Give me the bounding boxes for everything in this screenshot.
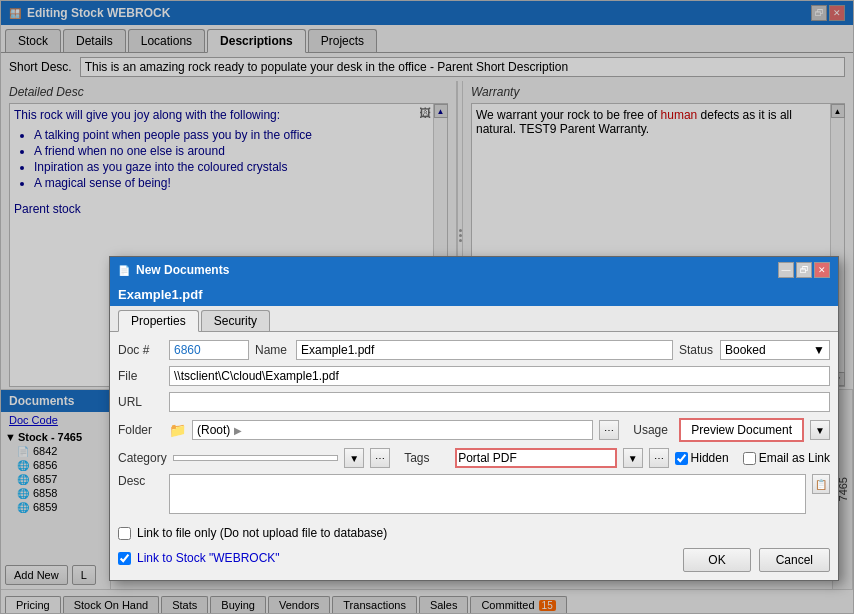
link-file-only-label: Link to file only (Do not upload file to… xyxy=(137,526,387,540)
modal-restore-btn[interactable]: 🗗 xyxy=(796,262,812,278)
cancel-button[interactable]: Cancel xyxy=(759,548,830,572)
modal-footer-buttons: OK Cancel xyxy=(683,548,830,572)
modal-tab-security[interactable]: Security xyxy=(201,310,270,331)
modal-close-btn[interactable]: ✕ xyxy=(814,262,830,278)
category-select[interactable] xyxy=(173,455,338,461)
name-label: Name xyxy=(255,343,290,357)
email-as-link-checkbox[interactable] xyxy=(743,452,756,465)
modal-footer: Link to file only (Do not upload file to… xyxy=(110,522,838,580)
form-row-desc: Desc 📋 xyxy=(118,474,830,514)
modal-title-controls: — 🗗 ✕ xyxy=(778,262,830,278)
link-to-stock-checkbox[interactable] xyxy=(118,552,131,565)
modal-tab-bar: Properties Security xyxy=(110,306,838,332)
tags-browse-btn[interactable]: ⋯ xyxy=(649,448,669,468)
category-browse-btn[interactable]: ⋯ xyxy=(370,448,390,468)
modal-minimize-btn[interactable]: — xyxy=(778,262,794,278)
email-as-link-label[interactable]: Email as Link xyxy=(743,451,830,465)
modal-file-header: Example1.pdf xyxy=(110,283,838,306)
modal-title-bar: 📄 New Documents — 🗗 ✕ xyxy=(110,257,838,283)
modal-overlay: 📄 New Documents — 🗗 ✕ Example1.pdf Prope… xyxy=(1,1,853,613)
file-input[interactable] xyxy=(169,366,830,386)
ok-button[interactable]: OK xyxy=(683,548,750,572)
folder-value: (Root) xyxy=(197,423,230,437)
modal-body: Doc # Name Status Booked ▼ File xyxy=(110,332,838,522)
desc-textarea[interactable] xyxy=(169,474,806,514)
name-input[interactable] xyxy=(296,340,673,360)
desc-icon-btn[interactable]: 📋 xyxy=(812,474,830,494)
modal-bottom-row: Link to Stock "WEBROCK" OK Cancel xyxy=(118,544,830,572)
folder-label: Folder xyxy=(118,423,163,437)
folder-select[interactable]: (Root) ▶ xyxy=(192,420,593,440)
new-documents-modal: 📄 New Documents — 🗗 ✕ Example1.pdf Prope… xyxy=(109,256,839,581)
tags-value: Portal PDF xyxy=(458,451,517,465)
folder-icon: 📁 xyxy=(169,422,186,438)
modal-tab-properties[interactable]: Properties xyxy=(118,310,199,332)
form-row-category: Category ▼ ⋯ Tags Portal PDF ▼ ⋯ Hidden xyxy=(118,448,830,468)
hidden-label[interactable]: Hidden xyxy=(675,451,729,465)
modal-title: New Documents xyxy=(136,263,229,277)
folder-browse-btn[interactable]: ⋯ xyxy=(599,420,619,440)
file-label: File xyxy=(118,369,163,383)
status-label: Status xyxy=(679,343,714,357)
status-select[interactable]: Booked ▼ xyxy=(720,340,830,360)
tags-label: Tags xyxy=(404,451,449,465)
url-label: URL xyxy=(118,395,163,409)
usage-dropdown-btn[interactable]: ▼ xyxy=(810,420,830,440)
hidden-checkbox[interactable] xyxy=(675,452,688,465)
status-dropdown-icon: ▼ xyxy=(813,343,825,357)
usage-label: Usage xyxy=(633,423,673,437)
form-row-doc: Doc # Name Status Booked ▼ xyxy=(118,340,830,360)
form-row-folder: Folder 📁 (Root) ▶ ⋯ Usage Preview Docume… xyxy=(118,418,830,442)
form-row-url: URL xyxy=(118,392,830,412)
link-file-only-checkbox[interactable] xyxy=(118,527,131,540)
folder-arrow: ▶ xyxy=(234,425,242,436)
main-window: 🪟 Editing Stock WEBROCK 🗗 ✕ Stock Detail… xyxy=(0,0,854,614)
doc-num-input[interactable] xyxy=(169,340,249,360)
link-to-stock-label: Link to Stock "WEBROCK" xyxy=(137,551,280,565)
link-to-stock-row: Link to Stock "WEBROCK" xyxy=(118,551,280,565)
doc-num-label: Doc # xyxy=(118,343,163,357)
tags-select[interactable]: Portal PDF xyxy=(455,448,616,468)
form-row-file: File xyxy=(118,366,830,386)
url-input[interactable] xyxy=(169,392,830,412)
link-file-only-row: Link to file only (Do not upload file to… xyxy=(118,526,830,540)
category-dropdown-btn[interactable]: ▼ xyxy=(344,448,364,468)
category-label: Category xyxy=(118,451,167,465)
tags-dropdown-btn[interactable]: ▼ xyxy=(623,448,643,468)
desc-label: Desc xyxy=(118,474,163,488)
usage-btn[interactable]: Preview Document xyxy=(679,418,804,442)
